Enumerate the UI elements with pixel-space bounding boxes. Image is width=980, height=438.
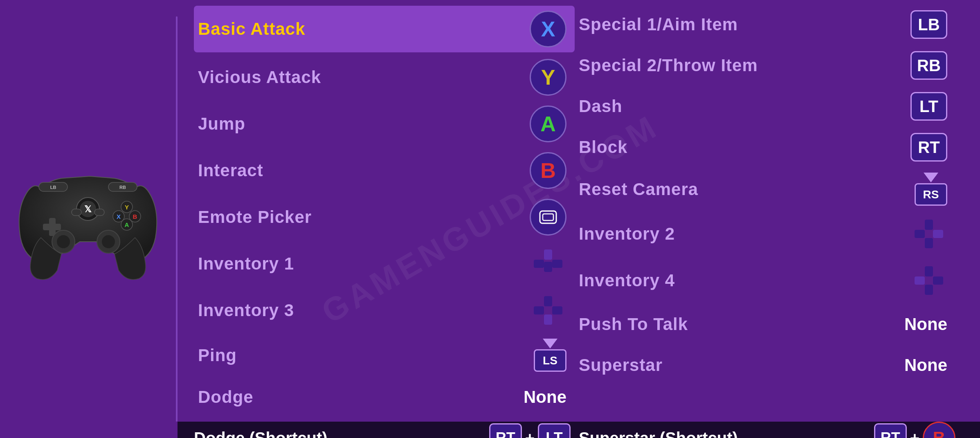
svg-rect-29 bbox=[544, 296, 552, 306]
binding-special1: Special 1/Aim Item LB bbox=[575, 4, 955, 45]
inventory-3-label: Inventory 3 bbox=[198, 301, 294, 320]
bottom-grid: Dodge (Shortcut) RT + LT Superstar (Shor… bbox=[194, 422, 955, 438]
superstar-shortcut: Superstar (Shortcut) RT + B bbox=[579, 422, 955, 438]
dpad-down-icon bbox=[530, 292, 566, 329]
svg-text:B: B bbox=[133, 213, 137, 220]
rb-button-icon: RB bbox=[910, 51, 947, 80]
svg-text:RB: RB bbox=[119, 185, 126, 190]
binding-vicious-attack: Vicious Attack Y bbox=[194, 54, 575, 101]
vicious-attack-label: Vicious Attack bbox=[198, 67, 321, 87]
svg-rect-28 bbox=[552, 260, 562, 268]
a-button-icon: A bbox=[530, 106, 566, 142]
block-label: Block bbox=[579, 137, 627, 157]
lt-button-icon: LT bbox=[910, 92, 947, 121]
svg-rect-24 bbox=[543, 214, 553, 220]
plus-sign-2: + bbox=[910, 429, 919, 438]
dpad-left-icon bbox=[910, 262, 947, 299]
binding-ping: Ping LS bbox=[194, 334, 575, 377]
reset-camera-label: Reset Camera bbox=[579, 180, 698, 199]
superstar-label: Superstar bbox=[579, 355, 663, 375]
binding-inventory-4: Inventory 4 bbox=[575, 257, 955, 304]
svg-rect-26 bbox=[544, 262, 552, 272]
binding-inventory-3: Inventory 3 bbox=[194, 287, 575, 334]
binding-emote-picker: Emote Picker bbox=[194, 194, 575, 240]
bindings-section: Basic Attack X Vicious Attack Y Jump A I… bbox=[178, 0, 980, 438]
binding-interact: Interact B bbox=[194, 147, 575, 194]
svg-rect-34 bbox=[925, 238, 933, 248]
controller-section: LB RB 𝕏 Y X B A bbox=[0, 0, 176, 438]
lt-shortcut-btn: LT bbox=[538, 423, 571, 438]
inventory-4-label: Inventory 4 bbox=[579, 271, 675, 290]
bottom-bar: Dodge (Shortcut) RT + LT Superstar (Shor… bbox=[178, 422, 980, 438]
dodge-shortcut: Dodge (Shortcut) RT + LT bbox=[194, 422, 571, 438]
binding-dash: Dash LT bbox=[575, 86, 955, 127]
dodge-shortcut-buttons: RT + LT bbox=[489, 423, 571, 438]
svg-rect-38 bbox=[925, 285, 933, 295]
svg-text:X: X bbox=[117, 213, 121, 220]
emote-picker-label: Emote Picker bbox=[198, 207, 312, 227]
svg-rect-27 bbox=[534, 260, 544, 268]
superstar-shortcut-label: Superstar (Shortcut) bbox=[579, 429, 864, 438]
rt-shortcut-btn: RT bbox=[489, 423, 522, 438]
back-button-icon bbox=[530, 199, 566, 236]
right-column: Special 1/Aim Item LB Special 2/Throw It… bbox=[575, 4, 955, 418]
special2-label: Special 2/Throw Item bbox=[579, 56, 758, 75]
ping-label: Ping bbox=[198, 346, 237, 365]
svg-rect-18 bbox=[43, 224, 61, 230]
svg-rect-8 bbox=[94, 209, 104, 216]
binding-superstar: Superstar None bbox=[575, 345, 955, 386]
special1-label: Special 1/Aim Item bbox=[579, 15, 738, 34]
dash-label: Dash bbox=[579, 97, 623, 116]
y-button-icon: Y bbox=[530, 59, 566, 96]
svg-rect-32 bbox=[552, 306, 562, 314]
svg-text:LB: LB bbox=[50, 185, 56, 190]
push-to-talk-value: None bbox=[904, 314, 947, 334]
binding-inventory-2: Inventory 2 bbox=[575, 211, 955, 257]
left-column: Basic Attack X Vicious Attack Y Jump A I… bbox=[194, 4, 575, 418]
inventory-2-label: Inventory 2 bbox=[579, 224, 675, 244]
dodge-shortcut-label: Dodge (Shortcut) bbox=[194, 429, 479, 438]
lb-button-icon: LB bbox=[910, 10, 947, 39]
binding-block: Block RT bbox=[575, 127, 955, 168]
svg-rect-40 bbox=[933, 276, 943, 285]
svg-rect-37 bbox=[925, 266, 933, 276]
svg-rect-25 bbox=[544, 249, 552, 260]
svg-rect-33 bbox=[925, 220, 933, 230]
push-to-talk-label: Push To Talk bbox=[579, 314, 688, 334]
ls-stick-icon: LS bbox=[534, 339, 566, 372]
inventory-1-label: Inventory 1 bbox=[198, 254, 294, 274]
superstar-shortcut-buttons: RT + B bbox=[874, 422, 955, 438]
svg-text:A: A bbox=[125, 221, 129, 228]
binding-dodge: Dodge None bbox=[194, 377, 575, 418]
binding-inventory-1: Inventory 1 bbox=[194, 240, 575, 287]
controller-image: LB RB 𝕏 Y X B A bbox=[8, 154, 168, 285]
svg-text:Y: Y bbox=[125, 204, 129, 211]
rs-stick-icon: RS bbox=[915, 173, 947, 206]
binding-jump: Jump A bbox=[194, 101, 575, 147]
basic-attack-label: Basic Attack bbox=[198, 19, 306, 39]
dpad-up-icon bbox=[530, 245, 566, 282]
main-container: LB RB 𝕏 Y X B A bbox=[0, 0, 980, 438]
binding-push-to-talk: Push To Talk None bbox=[575, 304, 955, 345]
dodge-binding-value: None bbox=[524, 387, 566, 407]
b-button-icon: B bbox=[530, 152, 566, 189]
svg-point-22 bbox=[102, 235, 115, 248]
svg-rect-7 bbox=[72, 209, 81, 216]
interact-label: Interact bbox=[198, 161, 263, 180]
svg-rect-39 bbox=[915, 276, 925, 285]
binding-reset-camera: Reset Camera RS bbox=[575, 168, 955, 211]
svg-rect-35 bbox=[915, 230, 925, 238]
bindings-grid: Basic Attack X Vicious Attack Y Jump A I… bbox=[178, 0, 980, 422]
svg-rect-30 bbox=[544, 314, 552, 325]
svg-text:𝕏: 𝕏 bbox=[84, 204, 92, 214]
dodge-label: Dodge bbox=[198, 387, 254, 407]
dpad-right-icon bbox=[910, 216, 947, 252]
plus-sign-1: + bbox=[525, 429, 535, 438]
svg-point-20 bbox=[57, 235, 70, 248]
svg-rect-31 bbox=[534, 306, 544, 314]
svg-rect-36 bbox=[933, 230, 943, 238]
binding-basic-attack: Basic Attack X bbox=[194, 6, 575, 52]
rt-button-icon: RT bbox=[910, 133, 947, 162]
binding-special2: Special 2/Throw Item RB bbox=[575, 45, 955, 86]
b-shortcut-btn: B bbox=[923, 422, 955, 438]
